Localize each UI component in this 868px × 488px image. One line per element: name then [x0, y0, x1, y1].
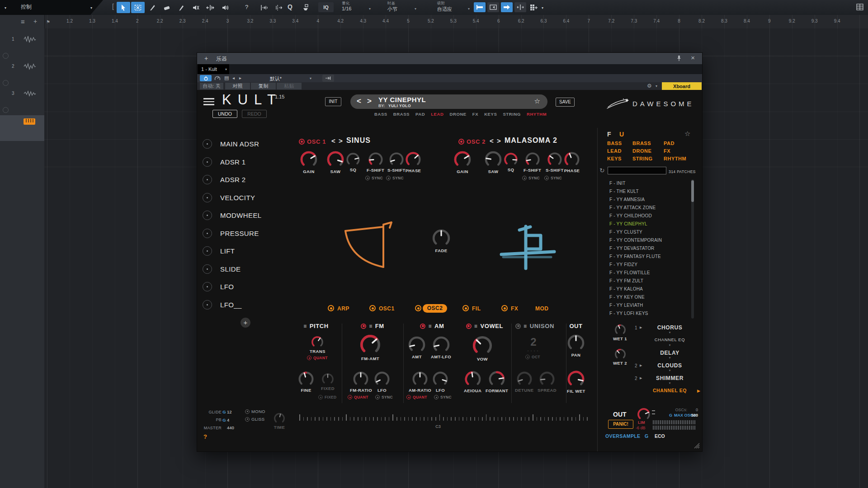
- keyboard-key-tick[interactable]: [478, 417, 479, 421]
- tab-led-fil[interactable]: [462, 305, 469, 311]
- preset-item[interactable]: F - YY ATTACK ZONE: [607, 204, 690, 212]
- fx-slot-name[interactable]: CLOUDS: [644, 362, 696, 369]
- osc2-led[interactable]: [458, 139, 464, 145]
- grid-add-icon[interactable]: [528, 2, 540, 12]
- keyboard-key-tick[interactable]: [381, 417, 382, 421]
- detune-knob[interactable]: DETUNE: [515, 371, 533, 393]
- mod-drag-circle[interactable]: [203, 211, 212, 220]
- prev-preset-icon[interactable]: ◂: [232, 75, 235, 80]
- preset-item[interactable]: F - YY KALOHA: [607, 285, 690, 293]
- plugin-titlebar[interactable]: + 乐器 ×: [197, 53, 702, 65]
- keyboard-key-tick[interactable]: [362, 417, 363, 421]
- favorite-star-icon[interactable]: ☆: [534, 97, 540, 105]
- keyboard-key-tick[interactable]: [424, 417, 425, 421]
- osc2-phase-knob[interactable]: PHASE: [564, 151, 580, 173]
- kult-category-string[interactable]: STRING: [503, 112, 521, 117]
- keyboard-key-tick[interactable]: [369, 417, 370, 421]
- keyboard-key-tick[interactable]: [350, 417, 351, 421]
- quantize-tool-icon[interactable]: Q: [288, 3, 292, 10]
- fixed-knob[interactable]: FIXED: [321, 373, 335, 391]
- keyboard-key-tick[interactable]: [467, 417, 467, 421]
- keyboard-key-tick[interactable]: [552, 417, 553, 421]
- am-lfo-knob[interactable]: LFO: [432, 371, 448, 393]
- osc2-sshift-sync-radio[interactable]: SYNC: [544, 176, 562, 180]
- modulator-item[interactable]: LIFT: [203, 242, 262, 260]
- add-instrument-icon[interactable]: +: [204, 55, 208, 62]
- paste-button[interactable]: 粘贴: [277, 83, 302, 89]
- preset-dropdown[interactable]: 默认* ▾: [245, 75, 312, 82]
- init-button[interactable]: INIT: [325, 97, 341, 106]
- quantize-dropdown[interactable]: 量化 1/16 ▾: [339, 0, 373, 15]
- filter-letter-f[interactable]: F: [607, 131, 611, 138]
- osc1-phase-knob[interactable]: PHASE: [405, 151, 421, 173]
- keyboard-key-tick[interactable]: [470, 417, 471, 421]
- browser-category-rhythm[interactable]: RHYTHM: [664, 156, 700, 161]
- keyboard-key-tick[interactable]: [579, 414, 580, 421]
- keyboard-key-tick[interactable]: [459, 417, 460, 421]
- add-modulator-button[interactable]: +: [241, 318, 250, 328]
- keyboard-key-tick[interactable]: [564, 417, 565, 421]
- keyboard-key-tick[interactable]: [455, 417, 456, 421]
- fx-slot-channel-eq[interactable]: CHANNEL EQ▶: [630, 387, 700, 399]
- fx-slot-name[interactable]: CHORUS: [644, 324, 696, 331]
- autoscroll-toggle[interactable]: [514, 2, 526, 12]
- eraser-tool-icon[interactable]: [160, 2, 174, 13]
- iq-toggle[interactable]: IQ: [318, 2, 334, 12]
- track-expand-circle[interactable]: [3, 53, 9, 59]
- mod-drag-circle[interactable]: [203, 193, 212, 202]
- osc2-saw-knob[interactable]: SAW: [484, 150, 502, 174]
- kult-category-rhythm[interactable]: RHYTHM: [527, 112, 547, 117]
- tab-arp[interactable]: ARP: [337, 305, 349, 312]
- fade-knob[interactable]: FADE: [432, 229, 451, 253]
- chevron-down-icon[interactable]: ▾: [5, 6, 6, 10]
- spread-knob[interactable]: SPREAD: [538, 371, 557, 393]
- keyboard-key-tick[interactable]: [560, 417, 561, 421]
- add-track-icon[interactable]: +: [33, 18, 37, 25]
- preset-item[interactable]: F - YY FM ZULT: [607, 277, 690, 285]
- follow-toggle[interactable]: [501, 2, 513, 12]
- modulator-item[interactable]: SLIDE: [203, 260, 262, 278]
- split-tool-icon[interactable]: [146, 2, 159, 13]
- modulator-item[interactable]: MAIN ADSR: [203, 135, 262, 153]
- patch-search-input[interactable]: [608, 167, 666, 174]
- gear-icon[interactable]: ⚙: [647, 83, 652, 89]
- keyboard-key-tick[interactable]: [389, 417, 390, 421]
- redo-button[interactable]: REDO: [242, 110, 267, 118]
- fm-lfo-knob[interactable]: LFO: [374, 371, 390, 393]
- range-tool-icon[interactable]: [131, 2, 145, 13]
- snap-dropdown[interactable]: 吸附 自适应 ▾: [434, 0, 472, 15]
- preset-item[interactable]: F - YY CHILDHOOD: [607, 212, 690, 220]
- aeioua-knob[interactable]: AEIOUA: [464, 371, 481, 393]
- preset-item[interactable]: F - YY FIDZY: [607, 261, 690, 269]
- max-oscs-g[interactable]: G: [669, 413, 672, 418]
- tab-led-fx[interactable]: [501, 305, 508, 311]
- modulator-item[interactable]: VELOCITY: [203, 189, 262, 207]
- preset-list-icon[interactable]: ▤: [224, 75, 229, 81]
- chevron-down-icon[interactable]: ▾: [644, 369, 696, 372]
- fine-knob[interactable]: FINE: [298, 371, 314, 393]
- keyboard-key-tick[interactable]: [338, 417, 339, 421]
- track-row[interactable]: 1: [0, 33, 44, 59]
- trans-knob[interactable]: TRANS: [310, 336, 326, 354]
- fx-slot-channel-eq[interactable]: CHANNEL EQ▾: [630, 336, 700, 349]
- fm-amt-knob[interactable]: FM-AMT: [359, 334, 381, 361]
- radio-circle[interactable]: [406, 395, 411, 399]
- oct-radio[interactable]: OCT: [525, 355, 540, 359]
- keyboard-key-tick[interactable]: [408, 417, 409, 421]
- keyboard-key-tick[interactable]: [567, 417, 568, 421]
- radio-circle[interactable]: [348, 395, 352, 399]
- compare-button[interactable]: 对照: [225, 83, 250, 89]
- formant-knob[interactable]: FORMANT: [486, 371, 508, 393]
- radio-circle[interactable]: [365, 176, 370, 180]
- listen-tool-icon[interactable]: [219, 2, 232, 13]
- wet1-knob[interactable]: WET 1: [613, 324, 627, 341]
- track-row[interactable]: 3: [0, 87, 44, 113]
- keyboard-key-tick[interactable]: [377, 417, 378, 421]
- modulator-item[interactable]: ADSR 2: [203, 171, 262, 189]
- keyboard-key-tick[interactable]: [307, 417, 308, 421]
- radio-circle[interactable]: [386, 176, 391, 180]
- keyboard-key-tick[interactable]: [587, 417, 588, 421]
- keyboard-key-tick[interactable]: [396, 417, 397, 421]
- tab-fil[interactable]: FIL: [472, 305, 481, 312]
- osc2-fshift-knob[interactable]: F-SHIFT: [524, 152, 541, 173]
